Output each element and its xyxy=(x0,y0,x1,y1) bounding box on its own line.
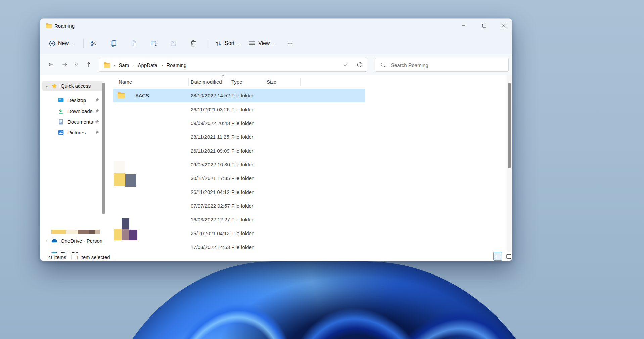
file-type: File folder xyxy=(231,93,254,98)
chevron-down-icon: ⌄ xyxy=(237,42,240,45)
column-header-type[interactable]: Type xyxy=(231,77,242,87)
chevron-down-icon[interactable]: ⌄ xyxy=(42,84,51,88)
address-breadcrumb-bar[interactable]: › Sam › AppData › Roaming xyxy=(99,58,367,72)
close-button[interactable] xyxy=(496,19,511,32)
toolbar-divider xyxy=(83,39,84,48)
redacted-name-block xyxy=(122,218,129,229)
new-button[interactable]: New ⌄ xyxy=(46,37,77,50)
column-headers: ^ Name Date modified Type Size xyxy=(113,77,365,87)
search-box[interactable] xyxy=(375,58,509,72)
sidebar-scrollbar[interactable] xyxy=(102,83,105,214)
sidebar-item-pictures[interactable]: Pictures xyxy=(42,128,103,137)
copy-button[interactable] xyxy=(107,37,120,50)
address-dropdown-icon[interactable] xyxy=(343,63,348,67)
sort-button[interactable]: Sort ⌄ xyxy=(212,37,243,50)
pin-icon xyxy=(95,120,99,124)
file-row[interactable]: 30/12/2021 17:35 File folder xyxy=(113,171,365,185)
file-type: File folder xyxy=(231,134,254,140)
plus-circle-icon xyxy=(49,40,55,47)
breadcrumb-appdata[interactable]: AppData xyxy=(137,61,158,69)
column-header-date[interactable]: Date modified xyxy=(191,77,222,87)
details-view-button[interactable] xyxy=(493,252,502,261)
file-row[interactable]: 28/11/2021 11:25 File folder xyxy=(113,130,365,144)
view-button[interactable]: View ⌄ xyxy=(246,37,278,50)
address-bar-row: › Sam › AppData › Roaming xyxy=(40,54,512,75)
minimize-button[interactable] xyxy=(456,19,471,32)
breadcrumb-sam[interactable]: Sam xyxy=(118,61,130,69)
column-divider[interactable] xyxy=(188,78,189,86)
file-row[interactable]: 26/11/2021 09:09 File folder xyxy=(113,144,365,158)
file-row[interactable]: 26/11/2021 04:12 File folder xyxy=(113,185,365,199)
cut-button[interactable] xyxy=(87,37,100,50)
file-date: 26/11/2021 04:12 xyxy=(191,230,230,236)
file-row[interactable]: 09/09/2022 20:43 File folder xyxy=(113,116,365,130)
rename-button[interactable] xyxy=(148,37,160,50)
column-divider[interactable] xyxy=(300,78,301,86)
file-row-aacs[interactable]: AACS 28/10/2022 14:52 File folder xyxy=(113,89,365,102)
breadcrumb-separator: › xyxy=(110,62,118,68)
file-type: File folder xyxy=(231,230,254,236)
sidebar-item-downloads[interactable]: Downloads xyxy=(42,106,103,116)
redacted-name-block xyxy=(129,230,137,240)
sort-icon xyxy=(215,40,222,47)
sidebar-item-documents[interactable]: Documents xyxy=(42,117,103,127)
column-divider[interactable] xyxy=(230,78,230,86)
titlebar[interactable]: Roaming xyxy=(40,19,512,33)
cloud-icon xyxy=(51,238,57,244)
copy-icon xyxy=(110,40,118,47)
up-button[interactable] xyxy=(83,59,94,70)
thumbnail-view-button[interactable] xyxy=(504,252,512,261)
breadcrumb-roaming[interactable]: Roaming xyxy=(166,61,187,69)
delete-icon xyxy=(190,40,197,47)
content-area: ⌄ Quick access Desktop Downloads xyxy=(40,75,512,253)
file-row[interactable]: 16/03/2022 12:27 File folder xyxy=(113,213,365,226)
column-divider[interactable] xyxy=(265,78,265,86)
redacted-name-block xyxy=(114,173,125,186)
file-row[interactable]: 09/05/2022 16:30 File folder xyxy=(113,158,365,171)
file-type: File folder xyxy=(231,120,254,126)
file-type: File folder xyxy=(231,217,254,222)
share-button[interactable] xyxy=(167,37,180,50)
paste-button[interactable] xyxy=(128,37,140,50)
file-name: AACS xyxy=(135,93,149,98)
redacted-name-block xyxy=(125,174,136,187)
file-date: 09/09/2022 20:43 xyxy=(191,120,230,126)
file-row[interactable]: 26/11/2021 04:12 File folder xyxy=(113,226,365,240)
file-row[interactable]: 07/07/2022 02:57 File folder xyxy=(113,199,365,213)
file-date: 26/11/2021 03:26 xyxy=(191,107,230,112)
delete-button[interactable] xyxy=(187,37,200,50)
maximize-button[interactable] xyxy=(476,19,492,32)
sidebar-item-this-pc[interactable]: ⌄ This PC xyxy=(42,249,103,253)
scrollbar-thumb[interactable] xyxy=(508,83,511,168)
column-header-size[interactable]: Size xyxy=(267,77,276,87)
paste-icon xyxy=(130,40,138,47)
sidebar-item-desktop[interactable]: Desktop xyxy=(42,95,103,105)
items-count: 21 items xyxy=(47,254,66,260)
sidebar-item-quick-access[interactable]: ⌄ Quick access xyxy=(42,81,103,91)
pin-icon xyxy=(95,98,99,102)
pin-icon xyxy=(95,109,99,113)
column-header-name[interactable]: Name xyxy=(119,77,132,87)
sidebar-item-onedrive[interactable]: › OneDrive - Person xyxy=(42,236,103,246)
back-button[interactable] xyxy=(45,59,56,70)
recent-locations-button[interactable] xyxy=(72,59,80,70)
file-row[interactable]: 17/03/2022 14:53 File folder xyxy=(113,240,365,253)
redacted-name-block xyxy=(89,230,95,234)
redacted-name-block xyxy=(122,229,129,240)
forward-icon xyxy=(61,61,68,68)
refresh-icon[interactable] xyxy=(356,62,362,68)
documents-icon xyxy=(58,119,64,125)
sidebar-item-label: Downloads xyxy=(67,108,92,114)
redacted-name-block xyxy=(114,161,125,173)
folder-icon xyxy=(46,23,52,28)
forward-button[interactable] xyxy=(59,59,71,70)
search-input[interactable] xyxy=(391,62,492,68)
file-row[interactable]: 26/11/2021 03:26 File folder xyxy=(113,102,365,116)
more-icon xyxy=(287,40,293,47)
chevron-right-icon[interactable]: › xyxy=(42,239,51,243)
more-options-button[interactable] xyxy=(284,37,296,50)
file-date: 09/05/2022 16:30 xyxy=(191,162,230,167)
file-list-scrollbar[interactable] xyxy=(507,75,512,253)
up-icon xyxy=(85,61,92,68)
selection-count: 1 item selected xyxy=(76,254,110,260)
